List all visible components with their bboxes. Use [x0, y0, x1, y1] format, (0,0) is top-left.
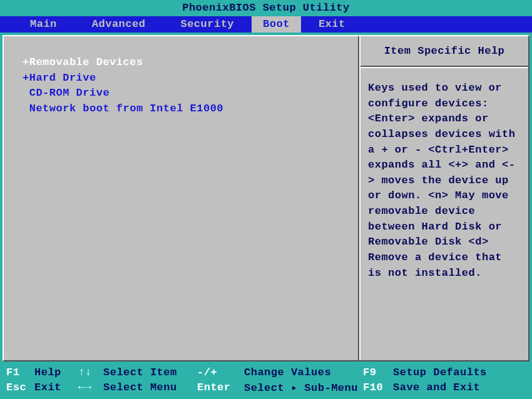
help-title: Item Specific Help [361, 36, 528, 67]
menu-exit[interactable]: Exit [301, 16, 363, 33]
hint-select-submenu: Select ▸ Sub-Menu [244, 381, 363, 394]
help-pane: Item Specific Help Keys used to view or … [359, 36, 528, 360]
footer-hints: F1 Help ↑↓ Select Item -/+ Change Values… [0, 364, 532, 398]
key-plusminus: -/+ [197, 366, 244, 378]
hint-save-exit: Save and Exit [393, 381, 526, 393]
help-body: Keys used to view or configure devices: … [361, 68, 528, 287]
hint-exit: Exit [34, 381, 78, 393]
hint-change-values: Change Values [244, 366, 363, 378]
menu-bar: Main Advanced Security Boot Exit [0, 16, 532, 33]
title-text: PhoenixBIOS Setup Utility [182, 2, 350, 14]
key-f1: F1 [6, 366, 34, 378]
boot-item-removable[interactable]: +Removable Devices [23, 55, 349, 71]
hint-select-menu: Select Menu [103, 381, 197, 393]
menu-main[interactable]: Main [13, 16, 74, 33]
key-esc: Esc [6, 381, 34, 393]
key-f10: F10 [363, 381, 393, 393]
menu-security[interactable]: Security [163, 16, 252, 33]
key-enter: Enter [197, 381, 244, 393]
menu-boot[interactable]: Boot [252, 16, 301, 33]
boot-item-network[interactable]: Network boot from Intel E1000 [23, 101, 349, 117]
content-area: +Removable Devices +Hard Drive CD-ROM Dr… [3, 35, 529, 361]
menu-advanced[interactable]: Advanced [74, 16, 163, 33]
hint-select-item: Select Item [103, 366, 197, 378]
hint-setup-defaults: Setup Defaults [393, 366, 526, 378]
boot-item-hard-drive[interactable]: +Hard Drive [23, 71, 349, 86]
key-leftright: ←→ [78, 381, 103, 393]
key-f9: F9 [363, 366, 393, 378]
title-bar: PhoenixBIOS Setup Utility [0, 0, 532, 16]
key-updown: ↑↓ [78, 366, 103, 378]
hint-help: Help [34, 366, 78, 378]
boot-order-pane: +Removable Devices +Hard Drive CD-ROM Dr… [4, 36, 359, 360]
boot-item-cdrom[interactable]: CD-ROM Drive [23, 86, 349, 101]
